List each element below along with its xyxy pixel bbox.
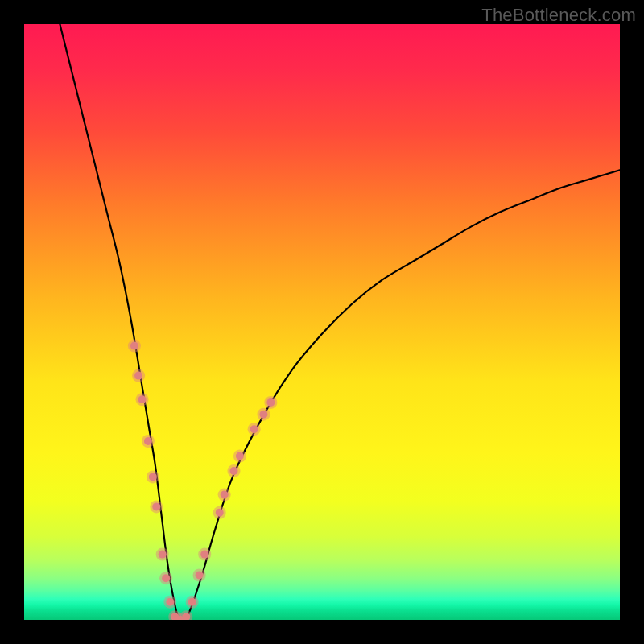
marker-dot [134,372,142,380]
marker-dot [188,598,196,606]
marker-dot [259,411,267,419]
chart-stage: TheBottleneck.com [0,0,644,644]
chart-svg [24,24,620,620]
marker-dot [159,551,167,559]
plot-area [24,24,620,620]
marker-dot [152,502,160,510]
marker-dot [162,574,170,582]
marker-dot [236,452,244,460]
marker-dot [250,425,258,433]
marker-dot [166,598,174,606]
marker-dot [221,491,229,499]
marker-dot [266,398,275,407]
marker-dot [130,342,138,350]
marker-dot [149,473,157,481]
marker-dot [216,509,224,517]
watermark-text: TheBottleneck.com [481,5,636,26]
marker-dot [138,395,147,403]
marker-dot [144,437,152,445]
marker-dot [196,572,204,580]
gradient-background [24,24,620,620]
marker-dot [200,551,208,559]
marker-dot [229,467,237,475]
